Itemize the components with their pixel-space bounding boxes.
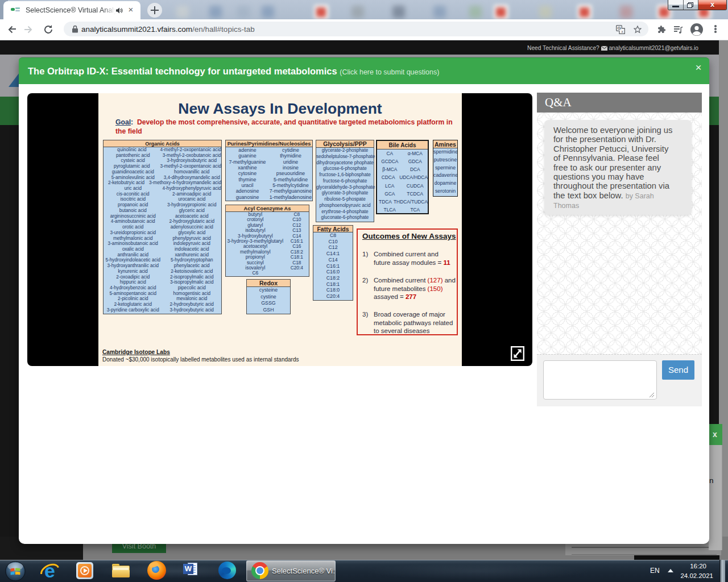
svg-text:G: G xyxy=(617,26,621,31)
svg-text:e: e xyxy=(44,560,55,581)
svg-text:x: x xyxy=(621,29,623,34)
